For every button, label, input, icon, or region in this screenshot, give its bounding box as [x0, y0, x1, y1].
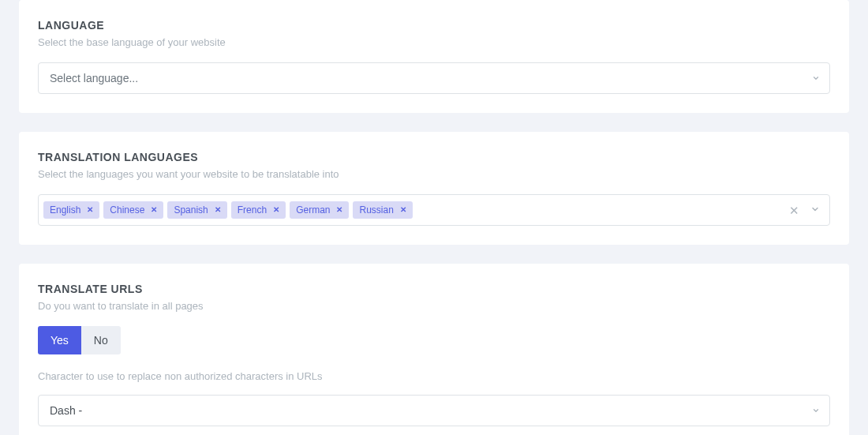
language-title: LANGUAGE: [38, 19, 830, 32]
language-tag-label: German: [296, 204, 330, 216]
translation-subtitle: Select the languages you want your websi…: [38, 168, 830, 180]
remove-tag-icon[interactable]: ✕: [215, 206, 221, 214]
language-tag-label: Russian: [359, 204, 393, 216]
language-card: LANGUAGE Select the base language of you…: [19, 0, 849, 113]
url-separator-select[interactable]: Dash -: [38, 395, 830, 426]
remove-tag-icon[interactable]: ✕: [336, 206, 342, 214]
translation-languages-select[interactable]: English ✕ Chinese ✕ Spanish ✕ French ✕ G…: [38, 194, 830, 226]
language-tag: Chinese ✕: [103, 201, 163, 219]
remove-tag-icon[interactable]: ✕: [273, 206, 279, 214]
translate-urls-card: TRANSLATE URLS Do you want to translate …: [19, 264, 849, 435]
translate-urls-toggle: Yes No: [38, 326, 121, 354]
translation-title: TRANSLATION LANGUAGES: [38, 151, 830, 163]
language-select-placeholder: Select language...: [50, 72, 138, 84]
language-tag: French ✕: [231, 201, 286, 219]
chevron-down-icon: [812, 74, 820, 82]
clear-all-icon[interactable]: ✕: [789, 204, 799, 216]
translate-urls-title: TRANSLATE URLS: [38, 283, 830, 295]
chevron-down-icon: [810, 204, 820, 216]
language-subtitle: Select the base language of your website: [38, 36, 830, 48]
remove-tag-icon[interactable]: ✕: [87, 206, 93, 214]
language-select[interactable]: Select language...: [38, 62, 830, 94]
remove-tag-icon[interactable]: ✕: [400, 206, 406, 214]
language-tag: Spanish ✕: [167, 201, 226, 219]
url-separator-helper: Character to use to replace non authoriz…: [38, 370, 830, 382]
translate-urls-no-button[interactable]: No: [81, 326, 121, 354]
language-tag-label: English: [50, 204, 80, 216]
remove-tag-icon[interactable]: ✕: [151, 206, 157, 214]
language-tag: Russian ✕: [353, 201, 412, 219]
language-tag-label: French: [238, 204, 267, 216]
language-tag-label: Chinese: [110, 204, 144, 216]
language-tag-label: Spanish: [174, 204, 208, 216]
url-separator-value: Dash -: [50, 404, 82, 417]
translation-languages-card: TRANSLATION LANGUAGES Select the languag…: [19, 132, 849, 245]
translate-urls-subtitle: Do you want to translate in all pages: [38, 300, 830, 312]
language-tag: English ✕: [43, 201, 99, 219]
translate-urls-yes-button[interactable]: Yes: [38, 326, 81, 354]
chevron-down-icon: [812, 407, 820, 414]
language-tag: German ✕: [290, 201, 349, 219]
